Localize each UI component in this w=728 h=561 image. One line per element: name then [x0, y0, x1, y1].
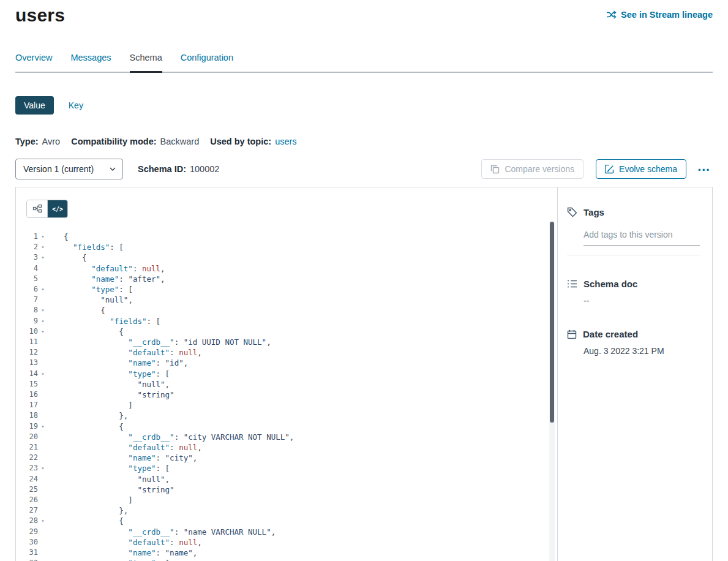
line-number: 22	[16, 453, 38, 463]
editor-scrollbar[interactable]	[549, 220, 555, 561]
fold-spacer	[38, 527, 48, 537]
compare-versions-button[interactable]: Compare versions	[481, 159, 584, 179]
code-text: "type": [	[48, 463, 170, 473]
fold-spacer	[38, 442, 48, 453]
code-line: 24 "null",	[16, 474, 557, 484]
add-tags-input[interactable]	[584, 230, 700, 246]
fold-spacer	[38, 548, 48, 558]
line-number: 6	[16, 284, 38, 295]
line-number: 19	[16, 421, 38, 432]
fold-spacer	[38, 337, 48, 347]
more-options-button[interactable]: ⋯	[695, 162, 713, 177]
code-line: 22 "name": "city",	[16, 453, 557, 463]
fold-spacer	[38, 390, 48, 400]
code-text: "fields": [	[48, 316, 160, 326]
tab-messages[interactable]: Messages	[70, 53, 111, 72]
line-number: 28	[16, 516, 38, 526]
line-number: 18	[16, 410, 38, 421]
page-title: users	[15, 5, 65, 26]
tab-overview[interactable]: Overview	[15, 53, 52, 72]
topic-link[interactable]: users	[275, 137, 296, 146]
fold-spacer	[38, 505, 48, 516]
code-text: "string"	[48, 484, 174, 495]
tree-view-button[interactable]	[27, 200, 47, 217]
schema-doc-value: --	[584, 296, 700, 306]
code-line: 27 },	[16, 505, 557, 516]
schema-id-label: Schema ID:	[138, 164, 186, 174]
code-text: "string"	[48, 390, 174, 400]
code-line: 25 "string"	[16, 484, 557, 495]
schema-doc-title: Schema doc	[584, 279, 637, 289]
used-by-topic-group: Used by topic:users	[210, 137, 296, 146]
fold-spacer	[38, 453, 48, 463]
line-number: 31	[16, 548, 38, 558]
fold-arrow-icon[interactable]: ▾	[38, 316, 48, 326]
code-line: 16 "string"	[16, 390, 557, 400]
code-line: 8▾ {	[16, 305, 557, 315]
stream-lineage-icon	[606, 10, 617, 19]
fold-arrow-icon[interactable]: ▾	[38, 242, 48, 252]
code-line: 32▾ "type": [	[16, 558, 557, 561]
line-number: 30	[16, 537, 38, 548]
schema-page: users See in Stream lineage OverviewMess…	[0, 0, 728, 561]
version-select[interactable]: Version 1 (current)	[15, 159, 123, 179]
fold-arrow-icon[interactable]: ▾	[38, 421, 48, 432]
fold-arrow-icon[interactable]: ▾	[38, 326, 48, 337]
fold-arrow-icon[interactable]: ▾	[38, 463, 48, 473]
code-text: "__crdb__": "city VARCHAR NOT NULL",	[48, 432, 294, 442]
code-text: "default": null,	[48, 347, 202, 358]
evolve-schema-button[interactable]: Evolve schema	[596, 159, 686, 179]
key-toggle-button[interactable]: Key	[69, 100, 83, 110]
page-header: users See in Stream lineage	[15, 0, 713, 26]
fold-spacer	[38, 484, 48, 495]
fold-arrow-icon[interactable]: ▾	[38, 558, 48, 561]
code-line: 7 "null",	[16, 295, 557, 305]
code-text: {	[48, 516, 124, 526]
code-line: 19▾ {	[16, 421, 557, 432]
code-text: "type": [	[48, 369, 170, 379]
line-number: 8	[16, 305, 38, 315]
code-text: {	[48, 305, 105, 315]
version-bar: Version 1 (current) Schema ID:100002 Com…	[15, 159, 713, 179]
code-line: 20 "__crdb__": "city VARCHAR NOT NULL",	[16, 432, 557, 442]
fold-spacer	[38, 347, 48, 358]
fold-arrow-icon[interactable]: ▾	[38, 252, 48, 263]
schema-sidebar: Tags Schema doc --	[558, 187, 712, 561]
fold-arrow-icon[interactable]: ▾	[38, 516, 48, 526]
line-number: 25	[16, 484, 38, 495]
calendar-icon	[567, 329, 577, 339]
line-number: 9	[16, 316, 38, 326]
code-text: "__crdb__": "name VARCHAR NULL",	[48, 527, 276, 537]
code-text: {	[48, 326, 124, 337]
tab-configuration[interactable]: Configuration	[181, 53, 233, 72]
date-created-heading: Date created	[567, 329, 700, 339]
code-text: "__crdb__": "id UUID NOT NULL",	[48, 337, 271, 347]
fold-arrow-icon[interactable]: ▾	[38, 284, 48, 295]
code-text: "null",	[48, 474, 170, 484]
date-created-value: Aug. 3 2022 3:21 PM	[584, 346, 700, 356]
fold-arrow-icon[interactable]: ▾	[38, 369, 48, 379]
code-text: "default": null,	[48, 442, 202, 453]
scrollbar-thumb[interactable]	[550, 222, 554, 423]
stream-lineage-link[interactable]: See in Stream lineage	[606, 10, 713, 20]
code-view-icon: </>	[52, 206, 63, 213]
value-toggle-button[interactable]: Value	[15, 96, 54, 115]
compare-versions-label: Compare versions	[505, 164, 574, 174]
code-line: 30 "default": null,	[16, 537, 557, 548]
fold-spacer	[38, 263, 48, 274]
line-number: 11	[16, 337, 38, 347]
tags-heading: Tags	[567, 207, 700, 217]
code-line: 1▾{	[16, 232, 557, 242]
list-icon	[567, 279, 577, 288]
code-text: "default": null,	[48, 537, 202, 548]
fold-spacer	[38, 400, 48, 410]
fold-arrow-icon[interactable]: ▾	[38, 305, 48, 315]
fold-arrow-icon[interactable]: ▾	[38, 232, 48, 242]
line-number: 32	[16, 558, 38, 561]
code-line: 3▾ {	[16, 252, 557, 263]
code-view-button[interactable]: </>	[47, 200, 67, 217]
line-number: 4	[16, 263, 38, 274]
sidebar-divider	[567, 255, 700, 255]
compatibility-value: Backward	[160, 137, 200, 146]
tab-schema[interactable]: Schema	[130, 53, 162, 73]
